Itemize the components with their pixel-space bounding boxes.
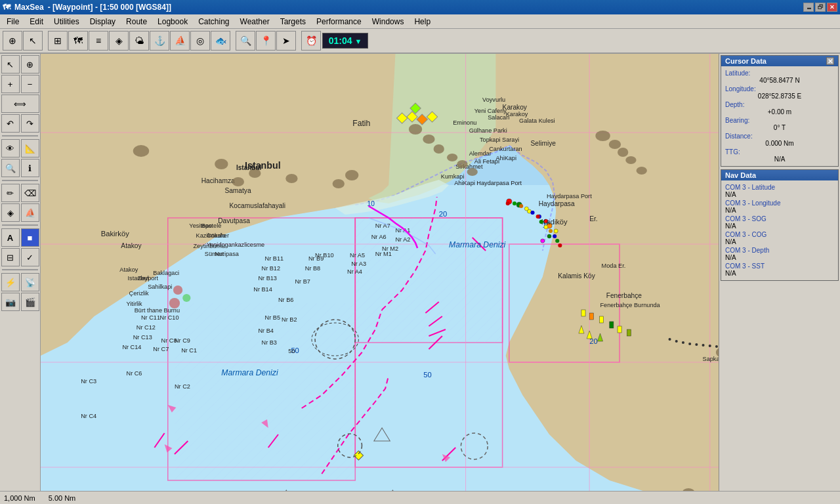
svg-text:Nr C6: Nr C6	[127, 370, 142, 377]
menu-logbook[interactable]: Logbook	[152, 15, 193, 28]
svg-point-188	[215, 159, 228, 169]
tb-fish-btn[interactable]: 🐟	[211, 31, 230, 51]
menu-performance[interactable]: Performance	[311, 15, 367, 28]
right-panel: Cursor Data ✕ Latitude: 40°58.8477 N Lon…	[719, 54, 840, 491]
svg-text:Nr B14: Nr B14	[253, 286, 272, 293]
svg-text:Fenerbahçe Burnunda: Fenerbahçe Burnunda	[600, 302, 661, 308]
svg-point-204	[637, 167, 647, 175]
lt-ais-btn[interactable]: ⚡	[1, 273, 20, 291]
tb-cursor-btn[interactable]: ↖	[23, 31, 43, 51]
menu-route[interactable]: Route	[121, 15, 152, 28]
svg-text:Nr B7: Nr B7	[295, 278, 310, 285]
tb-zoom-btn[interactable]: 🔍	[236, 31, 255, 51]
svg-point-197	[467, 168, 478, 176]
lt-blue-btn[interactable]: ■	[21, 228, 39, 247]
cursor-data-body: Latitude: 40°58.8477 N Longitude: 028°52…	[721, 66, 838, 166]
lt-arrow-btn[interactable]: ↖	[1, 55, 20, 74]
svg-point-189	[232, 177, 244, 186]
menu-file[interactable]: File	[1, 15, 24, 28]
tb-chart-btn[interactable]: 🗺	[68, 31, 88, 51]
close-btn[interactable]: ✕	[827, 3, 837, 12]
tb-goto-btn[interactable]: ➤	[276, 31, 296, 51]
svg-point-183	[549, 229, 553, 233]
svg-point-191	[285, 174, 297, 183]
tb-grid-btn[interactable]: ⊞	[48, 31, 68, 51]
window-title: - [Waypoint] - [1:50 000 [WGS84]]	[48, 3, 171, 12]
svg-text:Cankurtaran: Cankurtaran	[489, 146, 522, 152]
svg-point-202	[618, 148, 628, 157]
svg-text:Nr C11: Nr C11	[141, 314, 160, 321]
title-bar: 🗺 MaxSea - [Waypoint] - [1:50 000 [WGS84…	[0, 0, 840, 14]
tb-anchor-btn[interactable]: ⚓	[150, 31, 169, 51]
tb-mark-btn[interactable]: 📍	[256, 31, 276, 51]
lt-compass-btn[interactable]: ⊕	[21, 55, 39, 74]
svg-text:Yitirlik: Yitirlik	[127, 301, 143, 307]
svg-text:Kocamuslafahayali: Kocamuslafahayali	[230, 202, 285, 209]
svg-point-194	[434, 144, 444, 154]
tb-clock-btn[interactable]: ⏰	[301, 31, 321, 51]
lt-route2-btn[interactable]: ⛵	[21, 203, 39, 222]
tb-weather-btn[interactable]: 🌤	[129, 31, 149, 51]
nav-data-body: COM 3 - Latitude N/A COM 3 - Longitude N…	[721, 180, 838, 280]
svg-point-199	[333, 179, 345, 188]
lt-radar-btn[interactable]: 📡	[21, 273, 39, 291]
svg-text:Nr C4: Nr C4	[81, 413, 96, 419]
svg-point-177	[519, 204, 523, 208]
menu-windows[interactable]: Windows	[367, 15, 410, 28]
svg-point-53	[669, 338, 671, 341]
lt-check-btn[interactable]: ✓	[21, 248, 39, 266]
svg-text:Istanbul: Istanbul	[128, 275, 149, 282]
svg-text:Nr C1: Nr C1	[181, 347, 197, 354]
svg-point-203	[625, 156, 636, 164]
minimize-btn[interactable]: 🗕	[803, 3, 814, 12]
lt-find-btn[interactable]: 🔍	[1, 159, 20, 177]
svg-point-38	[541, 239, 545, 243]
menu-help[interactable]: Help	[409, 15, 436, 28]
lt-video-btn[interactable]: 🎬	[21, 293, 39, 311]
svg-text:Nr B12: Nr B12	[262, 265, 281, 272]
svg-point-184	[553, 234, 556, 238]
lt-measure-btn[interactable]: 📐	[21, 139, 39, 158]
lt-text-btn[interactable]: A	[1, 228, 20, 247]
lt-hatch-btn[interactable]: ⊟	[1, 248, 20, 266]
map-area[interactable]: 20 20 20 10 10 50 50 50	[41, 54, 719, 491]
lt-photo-btn[interactable]: 📷	[1, 293, 20, 311]
svg-text:Marmara Denizi: Marmara Denizi	[221, 368, 278, 377]
menu-display[interactable]: Display	[85, 15, 121, 28]
tb-route-btn[interactable]: ⛵	[170, 31, 190, 51]
lt-rotate-right-btn[interactable]: ↷	[21, 114, 39, 133]
lt-pencil-btn[interactable]: ✏	[1, 184, 20, 202]
svg-text:Bakirköy: Bakirköy	[101, 230, 129, 238]
lt-scroll-btn[interactable]: ⟺	[1, 94, 39, 113]
tb-target-btn[interactable]: ◎	[190, 31, 210, 51]
svg-text:Gülhane Parki: Gülhane Parki	[469, 127, 507, 134]
lt-waypoint-btn[interactable]: ◈	[1, 203, 20, 222]
tb-layer-btn[interactable]: ≡	[89, 31, 108, 51]
svg-text:Nr A5: Nr A5	[350, 252, 365, 259]
svg-text:Fatih: Fatih	[352, 119, 370, 128]
tb-nav-btn[interactable]: ⊕	[3, 31, 22, 51]
cursor-data-close[interactable]: ✕	[826, 57, 834, 65]
menu-targets[interactable]: Targets	[275, 15, 311, 28]
maximize-btn[interactable]: 🗗	[815, 3, 826, 12]
menu-edit[interactable]: Edit	[24, 15, 49, 28]
lt-info-btn[interactable]: ℹ	[21, 159, 39, 177]
svg-text:Nr M1: Nr M1	[375, 251, 392, 257]
lt-zoom-in-btn[interactable]: +	[1, 75, 20, 93]
svg-text:50: 50	[288, 348, 295, 354]
svg-text:Galata Kulesi: Galata Kulesi	[519, 117, 555, 124]
menu-catching[interactable]: Catching	[193, 15, 234, 28]
lt-eraser-btn[interactable]: ⌫	[21, 184, 39, 202]
svg-text:Sahilkapi: Sahilkapi	[148, 284, 172, 290]
menu-weather[interactable]: Weather	[235, 15, 275, 28]
svg-text:20: 20	[439, 210, 447, 218]
svg-text:Voyvurlu: Voyvurlu	[482, 96, 505, 103]
menu-utilities[interactable]: Utilities	[49, 15, 85, 28]
svg-point-60	[715, 345, 718, 348]
lt-rotate-left-btn[interactable]: ↶	[1, 114, 20, 133]
lt-zoom-out-btn[interactable]: −	[21, 75, 39, 93]
svg-text:Nr A6: Nr A6	[371, 234, 387, 240]
svg-point-192	[409, 124, 422, 135]
tb-overlay-btn[interactable]: ◈	[109, 31, 129, 51]
lt-view3d-btn[interactable]: 👁	[1, 139, 20, 158]
